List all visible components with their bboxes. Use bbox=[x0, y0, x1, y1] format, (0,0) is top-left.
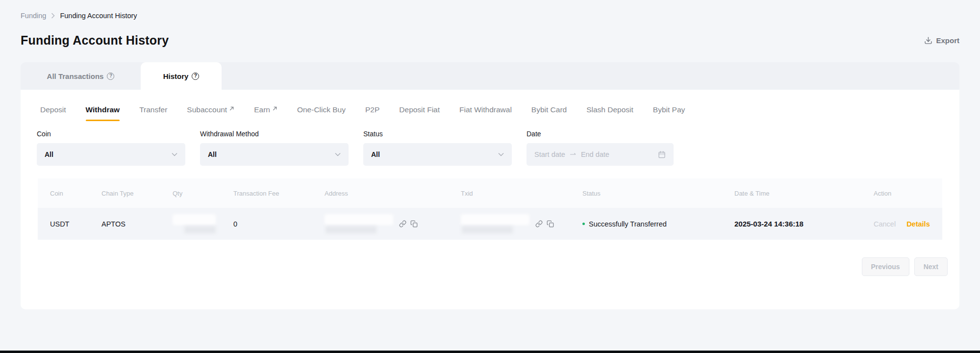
calendar-icon[interactable] bbox=[658, 151, 666, 158]
filter-coin: Coin All bbox=[37, 130, 185, 166]
previous-page-button[interactable]: Previous bbox=[862, 257, 909, 276]
col-chain-type: Chain Type bbox=[101, 190, 173, 197]
subtab-p2p[interactable]: P2P bbox=[365, 105, 379, 121]
funding-history-page: Funding Funding Account History Funding … bbox=[0, 0, 980, 309]
details-action[interactable]: Details bbox=[906, 220, 930, 228]
tab-history-label: History bbox=[163, 72, 189, 80]
page-title: Funding Account History bbox=[21, 33, 169, 48]
external-link-icon bbox=[229, 106, 234, 111]
status-text: Successfully Transferred bbox=[589, 220, 667, 228]
row-qty-redacted bbox=[173, 214, 233, 233]
pagination: Previous Next bbox=[21, 257, 948, 276]
tab-all-transactions[interactable]: All Transactions ? bbox=[21, 62, 141, 90]
col-transaction-fee: Transaction Fee bbox=[233, 190, 325, 197]
col-address: Address bbox=[325, 190, 461, 197]
subtab-bybit-card[interactable]: Bybit Card bbox=[531, 105, 567, 121]
subtab-deposit[interactable]: Deposit bbox=[40, 105, 66, 121]
row-txid bbox=[461, 214, 582, 233]
col-txid: Txid bbox=[461, 190, 582, 197]
arrow-right-icon bbox=[570, 152, 577, 156]
col-status: Status bbox=[582, 190, 734, 197]
subtab-earn[interactable]: Earn bbox=[254, 105, 277, 121]
chevron-down-icon bbox=[498, 152, 504, 156]
window-bottom-edge bbox=[0, 351, 980, 353]
filters-row: Coin All Withdrawal Method All Status Al… bbox=[21, 121, 959, 166]
subtab-slash-deposit[interactable]: Slash Deposit bbox=[586, 105, 633, 121]
tab-history[interactable]: History ? bbox=[141, 62, 222, 90]
end-date-placeholder[interactable]: End date bbox=[581, 151, 609, 158]
export-download-icon bbox=[924, 36, 932, 45]
external-link-icon bbox=[272, 106, 277, 111]
breadcrumb-funding[interactable]: Funding bbox=[21, 12, 46, 20]
row-coin: USDT bbox=[50, 220, 101, 228]
subtab-one-click-buy[interactable]: One-Click Buy bbox=[297, 105, 346, 121]
help-icon[interactable]: ? bbox=[107, 73, 114, 80]
start-date-placeholder[interactable]: Start date bbox=[534, 151, 565, 158]
content-panel: Deposit Withdraw Transfer Subaccount Ear… bbox=[21, 90, 959, 309]
txid-copy-icon[interactable] bbox=[547, 220, 554, 227]
status-filter-select[interactable]: All bbox=[363, 143, 512, 166]
subtab-deposit-fiat[interactable]: Deposit Fiat bbox=[399, 105, 440, 121]
chevron-right-icon bbox=[51, 13, 55, 19]
col-date-time: Date & Time bbox=[734, 190, 874, 197]
txid-redacted bbox=[461, 214, 529, 233]
row-address bbox=[325, 214, 461, 233]
row-status: Successfully Transferred bbox=[582, 220, 734, 228]
row-chain-type: APTOS bbox=[101, 220, 173, 228]
next-page-button[interactable]: Next bbox=[914, 257, 948, 276]
subtab-transfer[interactable]: Transfer bbox=[139, 105, 167, 121]
address-explorer-link-icon[interactable] bbox=[399, 220, 406, 227]
subtab-bybit-pay[interactable]: Bybit Pay bbox=[653, 105, 685, 121]
breadcrumb: Funding Funding Account History bbox=[21, 0, 959, 20]
method-filter-select[interactable]: All bbox=[200, 143, 349, 166]
subtab-withdraw[interactable]: Withdraw bbox=[86, 105, 120, 121]
filter-date: Date Start date End date bbox=[527, 130, 674, 166]
filter-status: Status All bbox=[363, 130, 512, 166]
subtab-subaccount[interactable]: Subaccount bbox=[187, 105, 234, 121]
col-coin: Coin bbox=[50, 190, 101, 197]
address-redacted bbox=[325, 214, 393, 233]
cancel-action[interactable]: Cancel bbox=[874, 220, 896, 228]
filter-withdrawal-method: Withdrawal Method All bbox=[200, 130, 349, 166]
table-header: Coin Chain Type Qty Transaction Fee Addr… bbox=[38, 178, 942, 208]
chevron-down-icon bbox=[335, 152, 341, 156]
export-label: Export bbox=[936, 36, 959, 45]
row-transaction-fee: 0 bbox=[233, 220, 325, 228]
method-filter-label: Withdrawal Method bbox=[200, 130, 349, 138]
export-button[interactable]: Export bbox=[924, 36, 959, 45]
address-copy-icon[interactable] bbox=[410, 220, 418, 227]
coin-filter-select[interactable]: All bbox=[37, 143, 185, 166]
table-row: USDT APTOS 0 bbox=[38, 208, 942, 240]
help-icon[interactable]: ? bbox=[192, 73, 199, 80]
col-qty: Qty bbox=[173, 190, 233, 197]
status-filter-label: Status bbox=[363, 130, 512, 138]
col-action: Action bbox=[874, 190, 935, 197]
history-subtabs: Deposit Withdraw Transfer Subaccount Ear… bbox=[21, 90, 959, 121]
coin-filter-label: Coin bbox=[37, 130, 185, 138]
status-success-dot bbox=[582, 223, 585, 225]
main-tabs: All Transactions ? History ? bbox=[21, 62, 959, 90]
breadcrumb-current: Funding Account History bbox=[60, 12, 137, 20]
row-actions: Cancel Details bbox=[874, 220, 935, 228]
chevron-down-icon bbox=[172, 152, 177, 156]
date-range-picker[interactable]: Start date End date bbox=[527, 143, 674, 166]
subtab-fiat-withdrawal[interactable]: Fiat Withdrawal bbox=[459, 105, 512, 121]
withdraw-history-table: Coin Chain Type Qty Transaction Fee Addr… bbox=[38, 178, 942, 240]
tab-all-transactions-label: All Transactions bbox=[47, 72, 104, 80]
date-filter-label: Date bbox=[527, 130, 674, 138]
row-datetime: 2025-03-24 14:36:18 bbox=[734, 220, 874, 228]
txid-explorer-link-icon[interactable] bbox=[535, 220, 543, 227]
